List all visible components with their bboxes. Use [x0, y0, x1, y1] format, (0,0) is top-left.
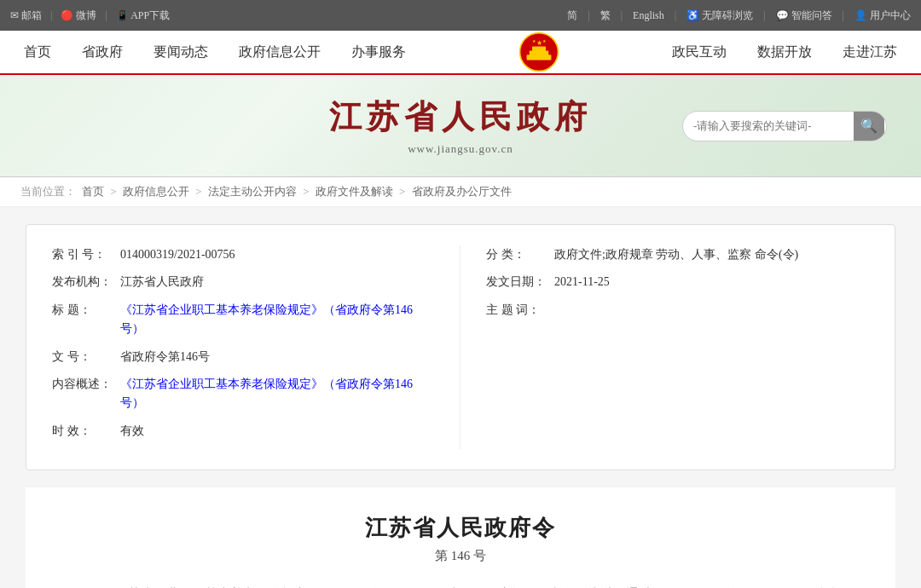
breadcrumb-current[interactable]: 省政府及办公厅文件 [412, 185, 512, 198]
app-link[interactable]: 📱 APP下载 [116, 9, 170, 23]
meta-row-pubdate: 发文日期： 2021-11-25 [486, 273, 869, 291]
pubdate-value: 2021-11-25 [554, 273, 869, 291]
search-button[interactable]: 🔍 [854, 112, 884, 141]
svg-text:★: ★ [536, 39, 542, 47]
meta-row-subject: 主 题 词： [486, 301, 869, 320]
nav-open-data[interactable]: 数据开放 [742, 30, 827, 74]
accessibility-link[interactable]: ♿ 无障碍浏览 [686, 9, 753, 23]
meta-row-validity: 时 效： 有效 [52, 422, 434, 441]
validity-value: 有效 [120, 422, 434, 441]
top-bar-left: ✉ 邮箱 | 🔴 微博 | 📱 APP下载 [10, 9, 170, 23]
header-title-area: 江苏省人民政府 www.jiangsu.gov.cn [329, 95, 592, 156]
simplified-link[interactable]: 简 [567, 9, 577, 23]
summary-label: 内容概述： [52, 375, 120, 394]
sep2: | [105, 9, 107, 22]
logo-area: ★ ★ ★ [421, 32, 657, 72]
english-link[interactable]: English [633, 9, 664, 22]
index-label: 索 引 号： [52, 245, 120, 264]
weibo-link[interactable]: 🔴 微博 [61, 9, 96, 23]
content-wrapper: 索 引 号： 014000319/2021-00756 发布机构： 江苏省人民政… [0, 207, 921, 588]
publisher-label: 发布机构： [52, 273, 120, 291]
doc-title-link[interactable]: 《江苏省企业职工基本养老保险规定》（省政府令第146号） [120, 303, 413, 335]
pubdate-label: 发文日期： [486, 273, 554, 291]
meta-left: 索 引 号： 014000319/2021-00756 发布机构： 江苏省人民政… [52, 245, 460, 449]
docno-value: 省政府令第146号 [120, 348, 434, 366]
doc-title-label: 标 题： [52, 301, 120, 320]
email-link[interactable]: ✉ 邮箱 [10, 9, 42, 23]
subject-label: 主 题 词： [486, 301, 554, 320]
index-value: 014000319/2021-00756 [120, 245, 434, 264]
meta-right: 分 类： 政府文件;政府规章 劳动、人事、监察 命令(令) 发文日期： 2021… [460, 245, 869, 449]
svg-rect-4 [532, 47, 546, 52]
sep1: | [50, 9, 52, 22]
nav-info-public[interactable]: 政府信息公开 [223, 30, 336, 74]
category-value: 政府文件;政府规章 劳动、人事、监察 命令(令) [554, 245, 869, 264]
emblem-icon: ★ ★ ★ [518, 32, 559, 72]
site-title: 江苏省人民政府 [329, 95, 592, 139]
meta-row-publisher: 发布机构： 江苏省人民政府 [52, 273, 434, 291]
summary-value: 《江苏省企业职工基本养老保险规定》（省政府令第146号） [120, 375, 434, 413]
meta-row-summary: 内容概述： 《江苏省企业职工基本养老保险规定》（省政府令第146号） [52, 375, 434, 413]
nav-news[interactable]: 要闻动态 [138, 30, 223, 74]
meta-row-title: 标 题： 《江苏省企业职工基本养老保险规定》（省政府令第146号） [52, 301, 434, 339]
doc-meta-card: 索 引 号： 014000319/2021-00756 发布机构： 江苏省人民政… [26, 224, 895, 470]
breadcrumb-label: 当前位置： [20, 185, 76, 198]
breadcrumb-info-public[interactable]: 政府信息公开 [123, 185, 189, 198]
breadcrumb-bar: 当前位置： 首页 > 政府信息公开 > 法定主动公开内容 > 政府文件及解读 >… [0, 177, 921, 207]
meta-row-index: 索 引 号： 014000319/2021-00756 [52, 245, 434, 264]
nav-home[interactable]: 首页 [9, 30, 67, 74]
top-bar-right: 简 | 繁 | English | ♿ 无障碍浏览 | 💬 智能问答 | 👤 用… [567, 9, 911, 23]
publisher-value: 江苏省人民政府 [120, 273, 434, 291]
search-input[interactable] [683, 114, 854, 137]
nav-services[interactable]: 办事服务 [336, 30, 421, 74]
docno-label: 文 号： [52, 348, 120, 366]
nav-provincial-gov[interactable]: 省政府 [67, 30, 138, 74]
nav-interaction[interactable]: 政民互动 [657, 30, 742, 74]
meta-row-docno: 文 号： 省政府令第146号 [52, 348, 434, 366]
search-box: 🔍 [682, 111, 887, 141]
category-label: 分 类： [486, 245, 554, 264]
breadcrumb-doc-interpretation[interactable]: 政府文件及解读 [316, 185, 393, 198]
validity-label: 时 效： [52, 422, 120, 441]
user-center-link[interactable]: 👤 用户中心 [854, 9, 911, 23]
traditional-link[interactable]: 繁 [600, 9, 611, 23]
ai-link[interactable]: 💬 智能问答 [776, 9, 832, 23]
nav-jiangsu[interactable]: 走进江苏 [827, 30, 912, 74]
meta-grid: 索 引 号： 014000319/2021-00756 发布机构： 江苏省人民政… [52, 245, 869, 449]
meta-row-category: 分 类： 政府文件;政府规章 劳动、人事、监察 命令(令) [486, 245, 869, 264]
top-bar: ✉ 邮箱 | 🔴 微博 | 📱 APP下载 简 | 繁 | English | … [0, 0, 921, 31]
summary-link[interactable]: 《江苏省企业职工基本养老保险规定》（省政府令第146号） [120, 378, 413, 409]
site-url: www.jiangsu.gov.cn [329, 142, 592, 156]
doc-content: 《江苏省企业职工基本养老保险规定》已于2021年11月16日经省人民政府第92次… [77, 581, 844, 588]
breadcrumb-statutory[interactable]: 法定主动公开内容 [208, 185, 297, 198]
doc-title-value: 《江苏省企业职工基本养老保险规定》（省政府令第146号） [120, 301, 434, 339]
doc-body: 江苏省人民政府令 第 146 号 《江苏省企业职工基本养老保险规定》已于2021… [26, 487, 895, 588]
breadcrumb-home[interactable]: 首页 [82, 185, 104, 198]
main-nav: 首页 省政府 要闻动态 政府信息公开 办事服务 ★ ★ ★ 政民互动 数据开放 … [0, 31, 921, 75]
doc-title-main: 江苏省人民政府令 [77, 513, 844, 543]
header-banner: 江苏省人民政府 www.jiangsu.gov.cn 🔍 [0, 75, 921, 177]
doc-number: 第 146 号 [77, 548, 844, 564]
